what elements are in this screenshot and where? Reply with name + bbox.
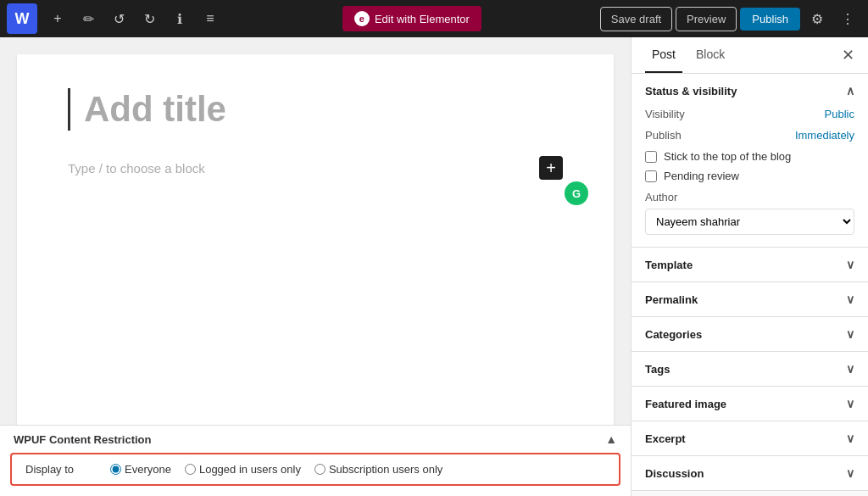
editor-area: Add title Type / to choose a block + G W… <box>0 37 631 496</box>
wpuf-restriction-panel: WPUF Content Restriction ▲ Display to Ev… <box>0 425 631 496</box>
pen-icon-button[interactable]: ✏ <box>75 5 102 32</box>
author-select[interactable]: Nayeem shahriar <box>645 209 854 235</box>
categories-chevron: ∨ <box>846 327 854 341</box>
gear-icon: ⚙ <box>811 11 823 27</box>
wpuf-display-row: Display to Everyone Logged in users only <box>25 463 605 476</box>
pending-review-row: Pending review <box>645 170 854 182</box>
preview-button[interactable]: Preview <box>676 7 737 31</box>
undo-button[interactable]: ↺ <box>105 5 132 32</box>
wpuf-body: Display to Everyone Logged in users only <box>10 453 620 486</box>
publish-label: Publish <box>645 129 682 142</box>
status-visibility-body: Visibility Public Publish Immediately St… <box>632 108 868 247</box>
tags-header[interactable]: Tags ∨ <box>632 352 868 386</box>
pending-review-label: Pending review <box>664 170 739 182</box>
publish-value[interactable]: Immediately <box>795 129 854 142</box>
panel-template: Template ∨ <box>632 248 868 282</box>
redo-icon: ↻ <box>144 11 155 27</box>
add-block-button[interactable]: + <box>539 156 563 180</box>
toolbar: W + ✏ ↺ ↻ ℹ ≡ e Edit with Elementor Save… <box>0 0 868 37</box>
save-draft-button[interactable]: Save draft <box>600 7 672 31</box>
stick-to-top-row: Stick to the top of the blog <box>645 150 854 163</box>
tab-post[interactable]: Post <box>645 37 682 73</box>
featured-image-header[interactable]: Featured image ∨ <box>632 387 868 421</box>
wpuf-title: WPUF Content Restriction <box>14 433 152 446</box>
visibility-value[interactable]: Public <box>825 108 854 120</box>
panel-status-visibility: Status & visibility ∧ Visibility Public … <box>632 74 868 248</box>
wpuf-display-label: Display to <box>25 463 93 476</box>
more-options-button[interactable]: ⋮ <box>834 5 861 32</box>
author-select-wrap: Author Nayeem shahriar <box>645 191 854 235</box>
wpuf-header: WPUF Content Restriction ▲ <box>0 426 631 453</box>
panel-categories: Categories ∨ <box>632 317 868 352</box>
visibility-row: Visibility Public <box>645 108 854 120</box>
main-area: Add title Type / to choose a block + G W… <box>0 37 868 496</box>
panel-wpuf-form: WPUF Form ∧ <box>632 491 868 496</box>
wpuf-radio-everyone-input[interactable] <box>110 464 121 475</box>
wpuf-radio-everyone[interactable]: Everyone <box>110 463 171 476</box>
stick-to-top-label: Stick to the top of the blog <box>664 150 791 163</box>
wpuf-radio-logged-in-input[interactable] <box>185 464 196 475</box>
categories-header[interactable]: Categories ∨ <box>632 317 868 351</box>
excerpt-header[interactable]: Excerpt ∨ <box>632 421 868 455</box>
visibility-label: Visibility <box>645 108 685 120</box>
list-icon: ≡ <box>206 11 214 26</box>
info-icon: ℹ <box>177 11 182 27</box>
list-view-button[interactable]: ≡ <box>197 5 224 32</box>
wpuf-radio-group: Everyone Logged in users only Subscripti… <box>110 463 442 476</box>
pending-review-checkbox[interactable] <box>645 170 657 182</box>
close-icon: ✕ <box>842 47 854 64</box>
panel-excerpt: Excerpt ∨ <box>632 421 868 456</box>
publish-row: Publish Immediately <box>645 129 854 142</box>
sidebar-header: Post Block ✕ <box>632 37 868 74</box>
wp-logo[interactable]: W <box>7 3 37 34</box>
publish-button[interactable]: Publish <box>740 8 800 31</box>
sidebar-close-button[interactable]: ✕ <box>842 46 854 64</box>
info-button[interactable]: ℹ <box>166 5 193 32</box>
excerpt-chevron: ∨ <box>846 432 854 445</box>
tab-block[interactable]: Block <box>689 37 732 73</box>
redo-button[interactable]: ↻ <box>136 5 163 32</box>
edit-with-elementor-button[interactable]: e Edit with Elementor <box>342 6 481 31</box>
sidebar: Post Block ✕ Status & visibility ∧ Visib… <box>631 37 868 496</box>
ellipsis-icon: ⋮ <box>841 11 854 27</box>
grammarly-icon: G <box>565 181 588 205</box>
settings-button[interactable]: ⚙ <box>804 5 831 32</box>
permalink-chevron: ∨ <box>846 293 854 306</box>
status-visibility-header[interactable]: Status & visibility ∧ <box>632 74 868 108</box>
add-title-placeholder[interactable]: Add title <box>68 88 563 131</box>
wpuf-radio-subscription[interactable]: Subscription users only <box>314 463 442 476</box>
template-header[interactable]: Template ∨ <box>632 248 868 281</box>
collapse-icon: ▲ <box>605 432 617 446</box>
wpuf-form-header[interactable]: WPUF Form ∧ <box>632 491 868 496</box>
wpuf-collapse-button[interactable]: ▲ <box>605 432 617 446</box>
author-label: Author <box>645 191 854 203</box>
pen-icon: ✏ <box>83 11 94 27</box>
sidebar-content: Status & visibility ∧ Visibility Public … <box>632 74 868 496</box>
plus-icon: + <box>546 159 556 178</box>
add-block-toolbar-button[interactable]: + <box>44 5 71 32</box>
stick-to-top-checkbox[interactable] <box>645 151 657 163</box>
tags-chevron: ∨ <box>846 362 854 376</box>
editor-canvas: Add title Type / to choose a block + G <box>17 54 614 460</box>
discussion-header[interactable]: Discussion ∨ <box>632 456 868 490</box>
discussion-chevron: ∨ <box>846 466 854 480</box>
featured-image-chevron: ∨ <box>846 397 854 410</box>
panel-permalink: Permalink ∨ <box>632 282 868 317</box>
wpuf-radio-subscription-input[interactable] <box>314 464 326 475</box>
choose-block-area: Type / to choose a block + <box>68 156 563 180</box>
permalink-header[interactable]: Permalink ∨ <box>632 282 868 316</box>
template-chevron: ∨ <box>846 258 854 271</box>
undo-icon: ↺ <box>114 11 125 27</box>
elementor-icon: e <box>354 11 370 26</box>
wpuf-radio-logged-in[interactable]: Logged in users only <box>185 463 301 476</box>
panel-discussion: Discussion ∨ <box>632 456 868 491</box>
status-visibility-chevron: ∧ <box>846 84 854 98</box>
panel-tags: Tags ∨ <box>632 352 868 387</box>
choose-block-placeholder: Type / to choose a block <box>68 161 205 176</box>
panel-featured-image: Featured image ∨ <box>632 387 868 421</box>
